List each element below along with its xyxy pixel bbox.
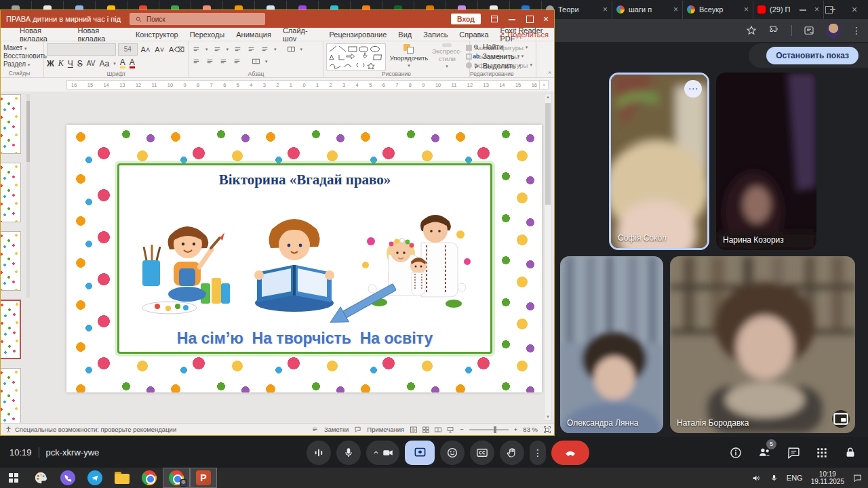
ribbon-tab[interactable]: Рецензирование xyxy=(329,30,387,39)
browser-menu-icon[interactable]: ⋮ xyxy=(852,25,861,36)
extensions-icon[interactable] xyxy=(768,24,781,37)
taskbar-explorer[interactable] xyxy=(108,468,136,488)
slideshow-view-icon[interactable] xyxy=(446,426,454,434)
slide-thumbnail[interactable] xyxy=(0,231,21,291)
slide-thumbnail[interactable] xyxy=(0,368,21,428)
slide-thumbnail-selected[interactable] xyxy=(0,300,21,359)
select-button[interactable]: Выделить ▾ xyxy=(473,62,533,70)
italic-button[interactable]: К xyxy=(58,58,64,68)
scroll-up-icon[interactable]: ▴ xyxy=(545,94,551,100)
align-right-icon[interactable] xyxy=(219,57,228,66)
collapse-ribbon-icon[interactable]: ˄ xyxy=(548,70,551,76)
tab-close-icon[interactable]: × xyxy=(673,5,678,14)
horizontal-ruler[interactable]: 1615141312111098765432101234567891011121… xyxy=(66,80,542,89)
clear-formatting-icon[interactable]: A⌫ xyxy=(167,45,186,54)
taskbar-telegram[interactable] xyxy=(81,468,108,488)
captions-button[interactable] xyxy=(470,441,494,465)
slide-sorter-view-icon[interactable] xyxy=(422,426,430,434)
ribbon-tab[interactable]: Новая вкладка xyxy=(20,26,66,43)
bookmark-star-icon[interactable] xyxy=(745,24,757,37)
thumbnail-scrollbar[interactable] xyxy=(26,94,30,298)
activities-icon[interactable] xyxy=(815,446,829,460)
quick-styles-button[interactable]: Экспресс-стили▾ xyxy=(432,43,462,69)
tab-search-icon[interactable] xyxy=(803,24,815,37)
ribbon-tab[interactable]: Новая вкладка xyxy=(77,26,123,43)
taskbar-chrome-active[interactable] xyxy=(163,468,190,488)
zoom-slider-thumb[interactable] xyxy=(494,426,496,433)
reactions-button[interactable] xyxy=(440,441,465,465)
share-button[interactable]: ↗ Поделиться xyxy=(498,28,549,41)
taskbar-clock[interactable]: 10:19 19.11.2025 xyxy=(811,470,844,485)
ribbon-tab[interactable]: Слайд-шоу xyxy=(283,26,318,43)
leave-call-button[interactable] xyxy=(551,441,589,465)
slide-thumbnail[interactable] xyxy=(0,94,21,154)
ribbon-tab[interactable]: Справка xyxy=(459,30,488,39)
font-name-box[interactable] xyxy=(47,43,116,56)
close-icon[interactable]: × xyxy=(543,15,551,23)
stop-presenting-button[interactable]: Остановить показ xyxy=(766,47,859,64)
tile-more-options-icon[interactable]: ⋯ xyxy=(684,80,702,98)
bullets-icon[interactable] xyxy=(192,45,201,54)
host-controls-icon[interactable] xyxy=(844,446,857,460)
numbering-icon[interactable] xyxy=(213,45,222,54)
ribbon-tab[interactable]: Вид xyxy=(398,30,412,39)
participant-tile[interactable]: Нарина Козориз xyxy=(716,73,816,250)
audio-levels-button[interactable] xyxy=(307,441,331,465)
decrease-indent-icon[interactable] xyxy=(233,45,242,54)
microphone-button[interactable] xyxy=(336,441,361,465)
meeting-details-icon[interactable] xyxy=(729,446,743,460)
grow-font-icon[interactable]: A˄ xyxy=(140,45,152,54)
ribbon-tab[interactable]: Запись xyxy=(423,30,448,39)
arrange-button[interactable]: Упорядочить▾ xyxy=(390,43,428,69)
present-screen-button[interactable] xyxy=(405,441,435,465)
zoom-slider[interactable] xyxy=(469,429,509,430)
taskbar-paint[interactable] xyxy=(27,468,54,488)
taskbar-powerpoint-active[interactable]: P xyxy=(190,468,217,488)
notifications-icon[interactable] xyxy=(852,473,863,483)
participant-tile[interactable]: Олександра Лянна xyxy=(560,256,663,433)
shapes-gallery[interactable] xyxy=(326,43,386,70)
accessibility-status[interactable]: Специальные возможности: проверьте реком… xyxy=(15,426,176,433)
tab-close-icon[interactable]: × xyxy=(603,5,608,14)
highlight-color-button[interactable]: А xyxy=(120,59,125,68)
start-button[interactable] xyxy=(0,468,27,488)
align-center-icon[interactable] xyxy=(205,57,214,66)
align-left-icon[interactable] xyxy=(192,57,201,66)
tray-mic-icon[interactable] xyxy=(770,474,778,483)
line-spacing-icon[interactable] xyxy=(260,45,269,54)
columns-icon[interactable] xyxy=(252,57,260,66)
strikethrough-button[interactable]: S xyxy=(77,59,83,68)
raise-hand-button[interactable] xyxy=(500,441,524,465)
search-input[interactable] xyxy=(146,16,248,23)
minimize-icon[interactable] xyxy=(508,15,516,23)
scrollbar-thumb[interactable] xyxy=(545,103,551,205)
zoom-in-button[interactable]: + xyxy=(514,426,518,433)
ribbon-display-options-icon[interactable] xyxy=(490,15,498,23)
browser-tab[interactable]: шаги п × xyxy=(612,1,683,19)
minimize-icon[interactable] xyxy=(799,5,807,14)
reset-command[interactable]: Восстановить xyxy=(3,52,41,60)
scroll-down-icon[interactable]: ▾ xyxy=(545,414,551,420)
comments-button[interactable]: Примечания xyxy=(367,426,404,433)
justify-icon[interactable] xyxy=(233,57,241,66)
ruler-end-button[interactable]: + xyxy=(539,80,549,89)
taskbar-viber[interactable] xyxy=(54,468,81,488)
notes-button[interactable]: Заметки xyxy=(324,426,349,433)
search-box[interactable] xyxy=(130,13,265,25)
language-indicator[interactable]: ENG xyxy=(787,474,803,482)
sign-in-button[interactable]: Вход xyxy=(451,14,481,24)
font-color-button[interactable]: А xyxy=(130,59,135,68)
reading-view-icon[interactable] xyxy=(434,426,442,434)
bold-button[interactable]: Ж xyxy=(47,59,54,68)
zoom-percent[interactable]: 83 % xyxy=(523,426,538,433)
restore-icon[interactable] xyxy=(825,5,833,14)
speaker-icon[interactable] xyxy=(751,473,762,483)
increase-indent-icon[interactable] xyxy=(247,45,256,54)
chevron-up-icon[interactable] xyxy=(372,448,380,457)
more-options-button[interactable]: ⋮ xyxy=(530,441,546,465)
character-spacing-button[interactable]: AV xyxy=(87,60,96,67)
fit-slide-icon[interactable] xyxy=(543,426,551,434)
slide-thumbnail[interactable] xyxy=(0,163,21,222)
section-command[interactable]: Раздел ▾ xyxy=(3,60,41,68)
ribbon-tab[interactable]: Переходы xyxy=(190,30,225,39)
